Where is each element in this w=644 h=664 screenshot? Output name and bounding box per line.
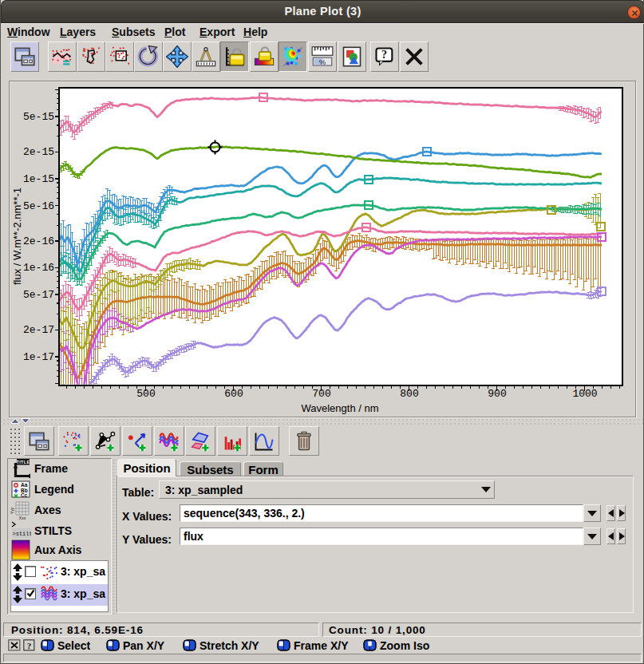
svg-text:Cc: Cc xyxy=(21,492,28,498)
svg-text:2e-17: 2e-17 xyxy=(23,324,54,336)
svg-text:?: ? xyxy=(27,641,32,650)
svg-text:5e-15: 5e-15 xyxy=(23,111,54,123)
svg-text:2e-15: 2e-15 xyxy=(23,146,54,158)
svg-text:500: 500 xyxy=(136,388,155,400)
svg-text:Wavelength / nm: Wavelength / nm xyxy=(301,402,378,414)
svg-text:1e-16: 1e-16 xyxy=(23,262,54,274)
svg-text:TITLE: TITLE xyxy=(17,460,30,464)
svg-text:flux / W.m**-2.nm**-1: flux / W.m**-2.nm**-1 xyxy=(11,188,23,285)
svg-text:800: 800 xyxy=(400,388,418,400)
svg-text:5e-16: 5e-16 xyxy=(23,200,54,212)
svg-text:2e-16: 2e-16 xyxy=(23,235,54,247)
svg-text:Yyy: Yyy xyxy=(10,507,14,514)
svg-text:600: 600 xyxy=(224,388,243,400)
svg-text:>stilts: >stilts xyxy=(13,531,32,537)
svg-text:5e-17: 5e-17 xyxy=(23,289,54,301)
svg-text:1e-15: 1e-15 xyxy=(23,173,54,185)
svg-text:900: 900 xyxy=(488,388,506,400)
svg-text:1e-17: 1e-17 xyxy=(23,351,54,363)
svg-text:700: 700 xyxy=(312,388,330,400)
svg-text:1000: 1000 xyxy=(572,388,597,400)
